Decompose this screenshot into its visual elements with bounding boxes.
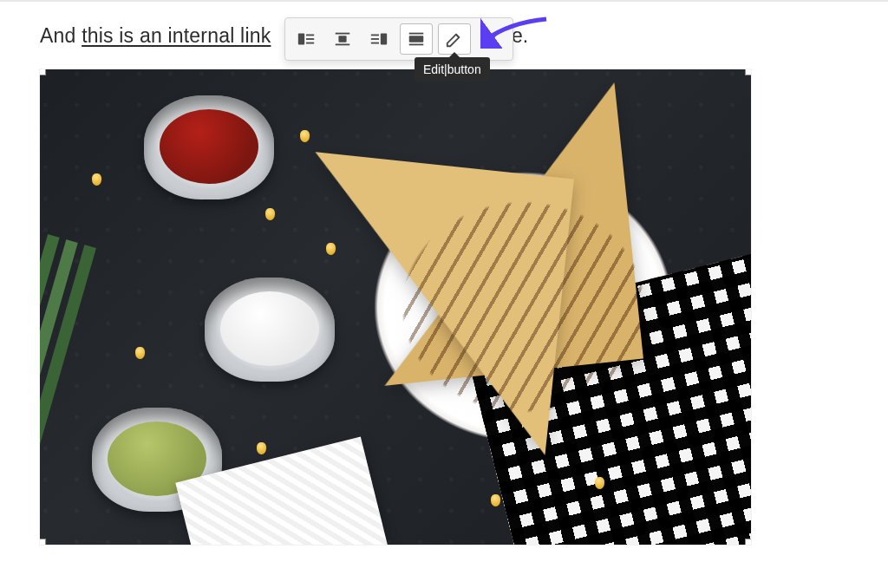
pencil-icon [445, 29, 464, 49]
corn-kernel [265, 208, 275, 220]
svg-rect-12 [409, 36, 424, 42]
top-separator [0, 0, 888, 2]
svg-rect-11 [409, 33, 424, 35]
resize-handle-bottom-left[interactable] [40, 539, 46, 545]
corn-kernel [257, 442, 266, 454]
toast-slice [286, 152, 574, 455]
svg-rect-7 [381, 34, 387, 45]
paragraph-line: And this is an internal link [40, 24, 271, 48]
align-right-icon [369, 29, 388, 49]
corn-kernel [300, 130, 310, 142]
corn-kernel [92, 173, 101, 186]
sauce-cup-ketchup [144, 95, 274, 199]
tooltip-label: Edit|button [423, 62, 481, 76]
resize-handle-bottom-right[interactable] [745, 539, 751, 545]
align-center-button[interactable] [327, 24, 358, 54]
text-prefix: And [40, 24, 82, 47]
align-right-button[interactable] [363, 24, 395, 54]
edit-button[interactable] [438, 23, 471, 55]
tooltip: Edit|button [415, 57, 490, 82]
svg-rect-5 [338, 36, 346, 42]
resize-handle-top-right[interactable] [745, 69, 751, 75]
svg-rect-10 [371, 42, 379, 44]
svg-rect-9 [371, 38, 379, 40]
image-block[interactable] [40, 69, 751, 545]
corn-kernel [326, 243, 336, 255]
align-center-icon [333, 29, 352, 49]
svg-rect-0 [298, 34, 304, 45]
remove-button[interactable] [476, 24, 507, 54]
svg-rect-1 [306, 35, 314, 36]
corn-kernel [595, 477, 604, 489]
svg-rect-2 [306, 38, 314, 40]
corn-kernel [491, 494, 500, 506]
svg-rect-13 [409, 44, 424, 46]
align-none-icon [407, 29, 426, 49]
image-toolbar [284, 17, 513, 61]
sauce-cup-mayo [205, 278, 335, 382]
align-left-icon [297, 29, 316, 49]
internal-link[interactable]: this is an internal link [82, 24, 271, 47]
svg-rect-3 [306, 42, 314, 44]
svg-rect-6 [336, 44, 350, 46]
text-trailing: e. [512, 24, 528, 48]
resize-handle-top-left[interactable] [40, 69, 46, 75]
svg-rect-4 [336, 33, 350, 35]
align-none-button[interactable] [400, 23, 433, 55]
align-left-button[interactable] [291, 24, 322, 54]
corn-kernel [135, 347, 145, 359]
close-icon [484, 31, 500, 47]
svg-rect-8 [371, 35, 379, 36]
